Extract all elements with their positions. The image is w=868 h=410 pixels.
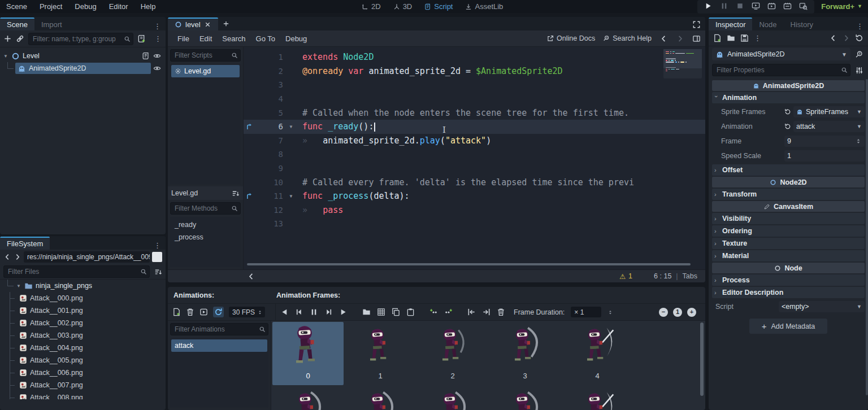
delete-animation-button[interactable]: [186, 308, 194, 316]
pause-frames-button[interactable]: [310, 308, 318, 316]
online-docs-button[interactable]: Online Docs: [547, 34, 595, 42]
history-back-icon[interactable]: [829, 34, 837, 42]
value-field[interactable]: attack▼: [793, 121, 865, 132]
group-offset[interactable]: ›Offset: [712, 164, 865, 176]
filter-files-input[interactable]: [3, 265, 150, 278]
expand-editor-icon[interactable]: [688, 20, 705, 30]
renderer-select[interactable]: Forward+ ▼: [821, 2, 862, 11]
chevron-down-icon[interactable]: ▼: [857, 109, 862, 115]
file-row-attack-003-png[interactable]: Attack__003.png: [0, 329, 166, 342]
folder-row-ninja-single-pngs[interactable]: ▼ninja_single_pngs: [0, 280, 166, 292]
object-selector[interactable]: AnimatedSprite2D ▼: [712, 48, 850, 60]
code-line-4[interactable]: 4: [244, 92, 705, 106]
value-field[interactable]: 1: [784, 150, 865, 162]
zoom-out-button[interactable]: −: [659, 308, 668, 317]
movie-maker-button[interactable]: [783, 2, 792, 12]
group-visibility[interactable]: ›Visibility: [712, 213, 865, 224]
pause-button[interactable]: [720, 2, 728, 12]
play-from-current-button[interactable]: [324, 308, 333, 316]
history-forward-icon[interactable]: [842, 34, 850, 42]
warning-badge[interactable]: ⚠ 1: [619, 272, 632, 281]
code-line-2[interactable]: 2@onready var animated_sprite_2d = $Anim…: [244, 64, 705, 78]
tab-filesystem[interactable]: FileSystem: [0, 237, 50, 250]
context-button-script[interactable]: Script: [420, 1, 457, 12]
file-attack-003-png[interactable]: Attack__003.png: [17, 330, 163, 341]
code-line-7[interactable]: 7» animated_sprite_2d.play("attack"): [244, 134, 705, 148]
scene-filter-input[interactable]: [28, 33, 133, 45]
visibility-toggle-icon[interactable]: [153, 64, 161, 72]
code-line-8[interactable]: 8: [244, 147, 705, 162]
close-icon[interactable]: [204, 21, 211, 28]
extra-options-icon[interactable]: [855, 66, 863, 75]
scene-tree-row-level[interactable]: ▼Level: [0, 50, 166, 62]
load-frames-button[interactable]: [362, 308, 371, 316]
file-attack-005-png[interactable]: Attack__005.png: [17, 355, 163, 366]
zoom-reset-button[interactable]: 1: [673, 308, 682, 317]
move-frame-left-button[interactable]: [467, 308, 476, 316]
group-process[interactable]: ›Process: [712, 274, 865, 286]
copy-frame-button[interactable]: [392, 308, 400, 316]
new-resource-button[interactable]: [713, 34, 722, 42]
menu-debug[interactable]: Debug: [68, 2, 102, 11]
autoplay-button[interactable]: [199, 308, 208, 316]
expand-icon[interactable]: ▼: [15, 283, 22, 289]
animation-frame-9[interactable]: 9: [562, 386, 633, 410]
context-button-3d[interactable]: 3D: [389, 1, 417, 12]
history-back-icon[interactable]: [3, 253, 11, 261]
script-back-icon[interactable]: [659, 34, 668, 43]
file-attack-002-png[interactable]: Attack__002.png: [17, 317, 163, 329]
play-frames-button[interactable]: [339, 308, 348, 316]
file-attack-007-png[interactable]: Attack__007.png: [17, 380, 163, 391]
value-field[interactable]: <empty>▼: [779, 301, 865, 312]
history-icon[interactable]: [855, 34, 863, 42]
code-line-12[interactable]: 12» pass: [244, 203, 705, 217]
inspector-scrollbar[interactable]: [866, 79, 868, 395]
value-field[interactable]: 9: [784, 136, 865, 147]
folder-ninja-single-pngs[interactable]: ninja_single_pngs: [22, 280, 163, 291]
chevron-down-icon[interactable]: ▼: [857, 124, 862, 129]
animation-frame-6[interactable]: 6: [345, 386, 416, 410]
menu-project[interactable]: Project: [33, 2, 68, 11]
file-row-attack-004-png[interactable]: Attack__004.png: [0, 342, 166, 354]
remote-debug-button[interactable]: [752, 2, 760, 12]
code-line-10[interactable]: 10# Called every frame. 'delta' is the e…: [244, 175, 705, 189]
animation-frame-4[interactable]: 4: [562, 322, 633, 385]
spinner-icon[interactable]: [607, 309, 613, 316]
file-attack-006-png[interactable]: Attack__006.png: [17, 367, 163, 378]
current-path[interactable]: res://ninja/ninja_single_pngs/Attack__00…: [24, 251, 150, 263]
code-line-3[interactable]: 3: [244, 78, 705, 92]
filesystem-menu-icon[interactable]: ⋮: [149, 241, 166, 250]
save-resource-button[interactable]: [740, 34, 749, 42]
group-ordering[interactable]: ›Ordering: [712, 225, 865, 237]
file-row-attack-006-png[interactable]: Attack__006.png: [0, 367, 166, 379]
script-menu-file[interactable]: File: [172, 34, 194, 43]
animation-frame-1[interactable]: 1: [345, 322, 416, 385]
file-row-attack-007-png[interactable]: Attack__007.png: [0, 379, 166, 391]
frame-duration-spinbox[interactable]: × 1: [571, 307, 601, 317]
file-row-attack-008-png[interactable]: Attack__008.png: [0, 391, 166, 399]
code-line-6[interactable]: 6▼func _ready():: [244, 120, 705, 134]
chevron-down-icon[interactable]: ▼: [857, 304, 862, 309]
fold-icon[interactable]: ▼: [287, 194, 296, 199]
file-attack-000-png[interactable]: Attack__000.png: [17, 293, 163, 304]
frames-scrollbar[interactable]: [700, 322, 704, 396]
script-item-level-gd[interactable]: Level.gd: [171, 65, 240, 77]
tab-level-scene[interactable]: level: [168, 18, 218, 30]
code-editor[interactable]: 1extends Node2D2@onready var animated_sp…: [244, 47, 705, 269]
resource-menu-icon[interactable]: ⋮: [754, 34, 761, 42]
stop-button[interactable]: [736, 2, 744, 12]
tab-scene[interactable]: Scene: [0, 18, 34, 30]
search-help-button[interactable]: Search Help: [603, 34, 652, 42]
add-frames-from-sheet-button[interactable]: [377, 308, 385, 316]
file-attack-004-png[interactable]: Attack__004.png: [17, 342, 163, 354]
group-editor-description[interactable]: ›Editor Description: [712, 287, 865, 298]
script-menu-go-to[interactable]: Go To: [251, 34, 280, 43]
zoom-in-button[interactable]: +: [687, 308, 696, 317]
node-animatedsprite2d[interactable]: AnimatedSprite2D: [15, 63, 151, 74]
sort-methods-icon[interactable]: [231, 189, 240, 198]
script-menu-debug[interactable]: Debug: [280, 34, 312, 43]
tab-history[interactable]: History: [784, 18, 820, 30]
value-field[interactable]: SpriteFrames▼: [793, 106, 865, 117]
movie-writer-button[interactable]: [767, 2, 776, 12]
loop-button[interactable]: [213, 307, 224, 317]
